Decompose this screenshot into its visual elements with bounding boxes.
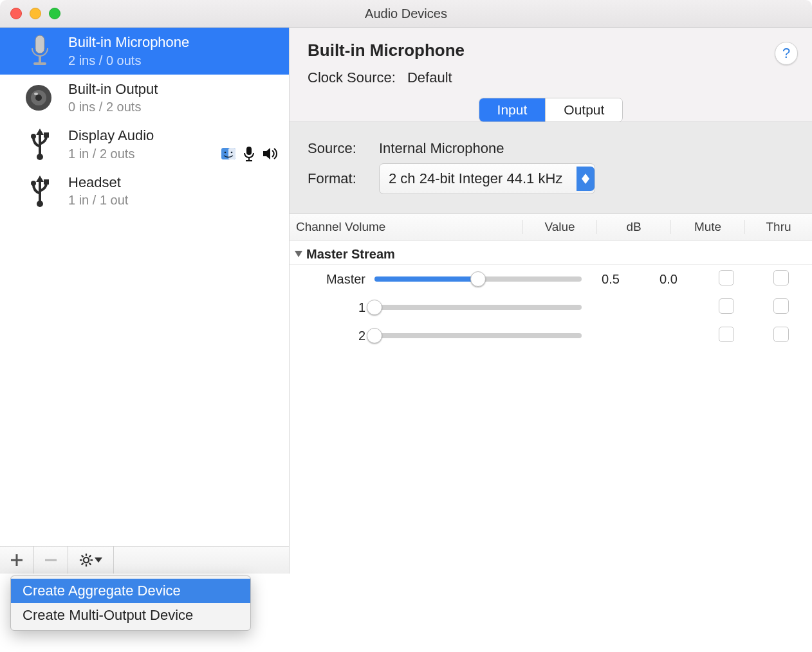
col-channel: Channel Volume	[290, 220, 522, 234]
usb-icon	[23, 127, 57, 161]
usb-icon	[23, 174, 57, 208]
stepper-icon	[577, 167, 595, 191]
svg-rect-24	[44, 179, 49, 185]
remove-device-button[interactable]	[34, 547, 68, 574]
mute-checkbox[interactable]	[719, 298, 734, 314]
window-title: Audio Devices	[0, 6, 812, 21]
detail-title: Built-in Microphone	[308, 41, 794, 60]
device-indicators	[221, 146, 277, 161]
stream-name: Master Stream	[306, 247, 395, 262]
detail-subheader: Source: Internal Microphone Format: 2 ch…	[290, 122, 812, 214]
device-io: 2 ins / 0 outs	[68, 53, 189, 69]
stream-group[interactable]: Master Stream	[290, 240, 812, 265]
device-item-builtin-mic[interactable]: Built-in Microphone 2 ins / 0 outs	[0, 28, 289, 75]
svg-line-34	[89, 563, 91, 565]
channel-row-1: 1	[290, 293, 812, 321]
channel-row-2: 2	[290, 321, 812, 350]
col-mute: Mute	[670, 220, 744, 234]
svg-marker-9	[36, 129, 44, 135]
channel-value: 0.5	[582, 272, 640, 287]
chevron-down-icon	[95, 557, 102, 563]
table-header: Channel Volume Value dB Mute Thru	[290, 214, 812, 240]
device-actions-button[interactable]	[68, 547, 114, 574]
device-list: Built-in Microphone 2 ins / 0 outs Built…	[0, 28, 289, 546]
device-item-builtin-output[interactable]: Built-in Output 0 ins / 2 outs	[0, 75, 289, 122]
svg-rect-18	[246, 160, 252, 161]
device-name: Headset	[68, 174, 128, 192]
format-value: 2 ch 24-bit Integer 44.1 kHz	[389, 170, 562, 187]
microphone-icon	[23, 34, 57, 68]
thru-checkbox[interactable]	[773, 327, 789, 342]
svg-rect-1	[39, 56, 41, 62]
svg-line-33	[82, 556, 84, 557]
device-item-display-audio[interactable]: Display Audio 1 in / 2 outs	[0, 121, 289, 168]
svg-marker-38	[582, 174, 589, 179]
device-io: 0 ins / 2 outs	[68, 99, 158, 115]
channel-row-master: Master 0.5 0.0	[290, 265, 812, 293]
device-io: 1 in / 2 outs	[68, 146, 154, 162]
source-label: Source:	[308, 140, 369, 157]
device-name: Built-in Output	[68, 80, 158, 98]
channel-table: Channel Volume Value dB Mute Thru Master…	[290, 214, 812, 574]
volume-slider[interactable]	[374, 276, 582, 282]
svg-marker-39	[582, 179, 589, 184]
device-item-headset[interactable]: Headset 1 in / 1 out	[0, 168, 289, 215]
device-sidebar: Built-in Microphone 2 ins / 0 outs Built…	[0, 28, 290, 574]
disclosure-triangle-icon	[295, 247, 302, 262]
svg-point-28	[84, 557, 89, 563]
svg-point-15	[231, 151, 233, 153]
close-window-button[interactable]	[10, 8, 22, 19]
volume-slider[interactable]	[374, 333, 582, 338]
svg-point-10	[31, 134, 36, 139]
finder-icon	[221, 146, 236, 161]
thru-checkbox[interactable]	[773, 270, 789, 285]
svg-rect-2	[33, 62, 46, 65]
detail-header: Built-in Microphone Clock Source: Defaul…	[290, 28, 812, 122]
add-device-button[interactable]	[0, 547, 34, 574]
svg-marker-22	[36, 176, 44, 182]
mic-icon	[241, 146, 257, 161]
format-select[interactable]: 2 ch 24-bit Integer 44.1 kHz	[379, 163, 595, 194]
mute-checkbox[interactable]	[719, 270, 734, 285]
titlebar: Audio Devices	[0, 0, 812, 28]
col-value: Value	[522, 220, 596, 234]
svg-line-35	[82, 563, 84, 565]
tab-input[interactable]: Input	[479, 98, 546, 122]
svg-marker-19	[263, 148, 270, 159]
mute-checkbox[interactable]	[719, 327, 734, 342]
zoom-window-button[interactable]	[49, 8, 60, 19]
svg-point-6	[34, 93, 38, 95]
col-thru: Thru	[744, 220, 812, 234]
clock-source-label: Clock Source:	[308, 69, 396, 86]
clock-source-value: Default	[407, 69, 452, 86]
svg-marker-40	[295, 251, 302, 257]
device-io: 1 in / 1 out	[68, 192, 128, 208]
channel-name: Master	[295, 272, 374, 287]
svg-point-23	[31, 181, 36, 186]
svg-rect-26	[11, 559, 23, 561]
svg-rect-16	[246, 147, 252, 155]
svg-line-36	[89, 556, 91, 557]
svg-point-14	[225, 151, 226, 153]
minimize-window-button[interactable]	[30, 8, 41, 19]
tab-output[interactable]: Output	[545, 98, 622, 122]
thru-checkbox[interactable]	[773, 298, 789, 314]
col-db: dB	[596, 220, 670, 234]
volume-slider[interactable]	[374, 305, 582, 310]
svg-rect-13	[228, 148, 235, 159]
window-controls	[10, 8, 60, 19]
svg-rect-0	[35, 35, 44, 53]
svg-point-5	[35, 95, 42, 101]
device-detail: Built-in Microphone Clock Source: Defaul…	[290, 28, 812, 574]
svg-rect-17	[248, 158, 250, 160]
channel-db: 0.0	[640, 272, 697, 287]
device-name: Built-in Microphone	[68, 33, 189, 51]
speaker-icon	[23, 81, 57, 114]
channel-name: 2	[295, 329, 374, 343]
speaker-icon	[262, 146, 277, 161]
help-button[interactable]: ?	[775, 42, 798, 65]
svg-rect-27	[45, 559, 57, 561]
channel-name: 1	[295, 300, 374, 315]
device-name: Display Audio	[68, 127, 154, 145]
format-label: Format:	[308, 170, 369, 187]
